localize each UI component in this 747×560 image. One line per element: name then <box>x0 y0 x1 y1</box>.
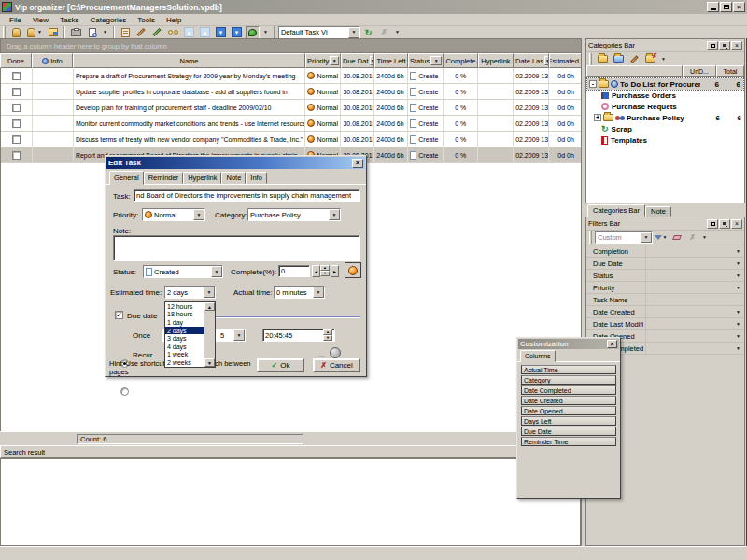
tree-item-templates[interactable]: Templates <box>586 134 744 146</box>
header-date-last[interactable]: Date Las▼ <box>514 53 549 68</box>
new-category-button[interactable] <box>596 53 610 65</box>
clear-filter-button[interactable] <box>669 231 684 244</box>
filter-row-completion[interactable]: Completion▼ <box>586 245 744 258</box>
done-checkbox[interactable] <box>12 151 21 160</box>
complete-down-button[interactable]: ▼ <box>320 271 330 276</box>
once-time-input[interactable]: 20:45:45 ▲ ▼ <box>262 329 335 342</box>
cancel-button[interactable]: ✗ Cancel <box>313 358 360 372</box>
estimated-time-combo-arrow[interactable]: ▼ <box>204 287 215 298</box>
done-checkbox[interactable] <box>12 88 21 96</box>
move-up-disabled-button[interactable]: ▲ <box>182 26 196 39</box>
tab-columns[interactable]: Columns <box>520 350 556 362</box>
header-time-left[interactable]: Time Left <box>374 53 408 68</box>
status-filter-button[interactable]: ▼ <box>430 56 442 65</box>
priority-filter-button[interactable]: ▼ <box>330 56 339 65</box>
move-bottom-button[interactable]: ▼ <box>230 26 244 39</box>
filter-dropdown-icon[interactable]: ▼ <box>736 260 740 266</box>
filter-dropdown-icon[interactable]: ▼ <box>736 309 740 315</box>
close-panel-button[interactable]: × <box>731 41 742 50</box>
search-result-panel[interactable] <box>0 458 581 546</box>
toolbar-overflow-icon[interactable]: ▼ <box>103 30 107 35</box>
close-panel-button[interactable]: × <box>731 219 742 229</box>
tab-info[interactable]: Info <box>246 172 267 184</box>
new-subcategory-button[interactable] <box>612 53 626 65</box>
menu-file[interactable]: File <box>4 16 27 24</box>
move-top-disabled-button[interactable]: ▲ <box>198 26 212 39</box>
filter-row-due-date[interactable]: Due Date▼ <box>586 258 744 270</box>
delete-filter-button[interactable]: ✗ <box>685 231 699 244</box>
dropdown-option[interactable]: 4 days <box>165 343 204 351</box>
header-info[interactable]: Info <box>32 53 73 68</box>
header-hyperlink[interactable]: Hyperlink <box>478 53 514 68</box>
done-checkbox[interactable] <box>12 72 21 80</box>
filter-row-priority[interactable]: Priority▼ <box>586 282 744 294</box>
view-toolbar-overflow-icon[interactable]: ▼ <box>395 30 400 35</box>
tree-item-purchase-orders[interactable]: Purchasse Orders <box>586 90 744 101</box>
tab-reminder[interactable]: Reminder <box>144 172 184 184</box>
filter-row-status[interactable]: Status▼ <box>586 270 744 282</box>
column-item-days-left[interactable]: Days Left <box>521 416 616 426</box>
recur-slider-handle[interactable] <box>330 347 341 358</box>
status-combo[interactable]: Created ▼ <box>143 265 223 278</box>
column-item-due-date[interactable]: Due Date <box>521 427 616 436</box>
customization-close-button[interactable]: × <box>607 340 617 348</box>
edit-task-button[interactable] <box>134 26 148 39</box>
task-row[interactable]: Prepare a draft of Procurement Strategy … <box>1 68 584 84</box>
column-item-reminder-time[interactable]: Reminder Time <box>521 437 616 446</box>
dropdown-option-selected[interactable]: 2 days <box>165 327 204 335</box>
column-item-date-created[interactable]: Date Created <box>521 396 616 405</box>
maximize-panel-button[interactable] <box>707 41 718 50</box>
estimated-time-combo[interactable]: 2 days ▼ <box>164 286 216 299</box>
apply-filter-button[interactable]: ▼ <box>654 231 668 244</box>
header-done[interactable]: Done <box>0 53 32 68</box>
categories-toolbar-grip[interactable] <box>589 53 592 65</box>
column-item-actual-time[interactable]: Actual Time <box>521 365 616 374</box>
dropdown-option[interactable]: 12 hours <box>165 302 204 311</box>
filter-row-date-last-modified[interactable]: Date Last Modifi▼ <box>586 318 744 330</box>
dropdown-scrollbar[interactable]: ▲ ▼ <box>204 302 215 367</box>
total-column-header[interactable]: Total <box>716 65 744 77</box>
due-date-checkbox[interactable]: ✓ <box>115 311 123 319</box>
category-column-header[interactable] <box>586 65 683 77</box>
dialog-titlebar[interactable]: Edit Task × <box>106 157 365 169</box>
tree-item-purchase-polisy[interactable]: + Purchase Polisy 6 6 <box>586 112 744 123</box>
task-input[interactable]: nd Board of Directors the improvements i… <box>134 189 360 202</box>
toolbar-grip[interactable] <box>3 26 6 38</box>
dialog-close-button[interactable]: × <box>352 159 363 168</box>
dropdown-option[interactable]: 1 day <box>165 318 204 327</box>
complete-min-button[interactable]: ◄ <box>312 265 320 277</box>
new-item-dropdown-button[interactable]: ▼ <box>25 26 44 39</box>
header-status[interactable]: Status▼ <box>408 53 444 68</box>
column-item-date-completed[interactable]: Date Completed <box>521 385 616 395</box>
tree-item-todo-list[interactable]: - To Do List for Procurem 6 6 <box>587 78 743 90</box>
flag-toggle-button[interactable] <box>246 26 260 39</box>
dropdown-option[interactable]: 1 week <box>165 351 204 359</box>
filter-dropdown-icon[interactable]: ▼ <box>736 321 740 327</box>
restore-button[interactable] <box>720 2 732 12</box>
minimize-button[interactable] <box>707 2 719 12</box>
column-item-date-opened[interactable]: Date Opened <box>521 406 616 415</box>
tab-general[interactable]: General <box>109 171 144 185</box>
filter-dropdown-icon[interactable]: ▼ <box>736 345 740 351</box>
tab-hyperlink[interactable]: Hyperlink <box>183 172 221 184</box>
tree-item-scrap[interactable]: ↻ Scrap <box>586 123 744 134</box>
menu-tasks[interactable]: Tasks <box>54 16 84 24</box>
once-date-combo-arrow[interactable]: ▼ <box>233 329 245 341</box>
view-task-button[interactable] <box>166 26 180 39</box>
save-button[interactable] <box>46 26 60 39</box>
tab-note[interactable]: Note <box>645 206 671 217</box>
undone-column-header[interactable]: UnD... <box>683 65 716 77</box>
task-row[interactable]: Monitor current commodity market conditi… <box>1 116 584 132</box>
filter-dropdown-icon[interactable]: ▼ <box>736 285 740 290</box>
header-due-date[interactable]: Due Dat▼ <box>341 53 374 68</box>
menu-categories[interactable]: Categories <box>85 16 133 24</box>
filters-toolbar-grip[interactable] <box>589 231 592 244</box>
dropdown-option[interactable]: 18 hours <box>165 311 204 319</box>
time-down-button[interactable]: ▼ <box>323 335 332 341</box>
filters-toolbar-overflow-icon[interactable]: ▼ <box>702 235 707 240</box>
maximize-panel-button[interactable] <box>707 219 718 229</box>
dropdown-option[interactable]: 3 days <box>165 334 204 343</box>
tree-item-purchase-requets[interactable]: Purchase Requets <box>586 101 744 112</box>
close-button[interactable]: × <box>733 2 745 12</box>
delete-view-button[interactable]: ✗ <box>377 26 391 39</box>
